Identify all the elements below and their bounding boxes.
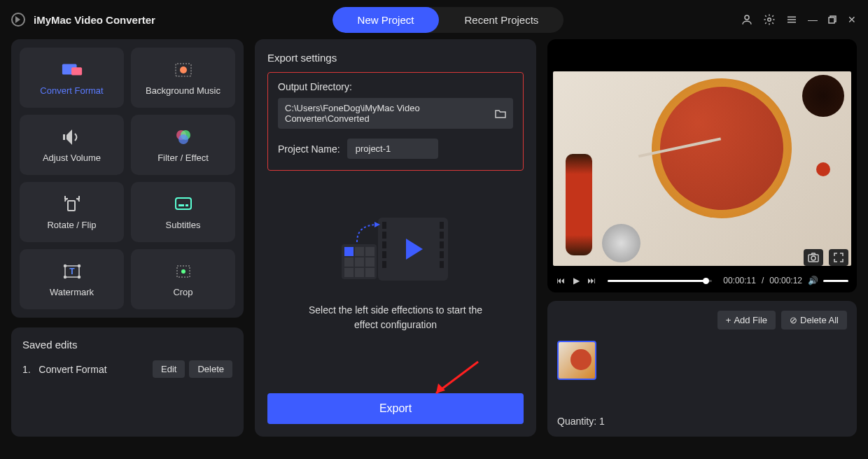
time-current: 00:00:11 xyxy=(723,276,756,285)
svg-rect-42 xyxy=(365,257,374,267)
svg-point-48 xyxy=(811,256,816,260)
svg-rect-45 xyxy=(365,268,374,277)
effect-label: Background Music xyxy=(146,85,220,96)
effects-panel: Convert Format Background Music Adjust V… xyxy=(11,39,244,318)
video-frame[interactable] xyxy=(553,71,851,266)
svg-rect-7 xyxy=(71,67,82,75)
svg-rect-15 xyxy=(178,204,184,206)
output-dir-field[interactable]: C:\Users\FoneDog\iMyMac Video Converter\… xyxy=(278,98,513,129)
effect-label: Adjust Volume xyxy=(43,153,101,163)
project-name-label: Project Name: xyxy=(278,143,340,155)
titlebar-actions: — ✕ xyxy=(741,13,857,26)
player-controls: ⏮ ▶ ⏭ 00:00:11 / 00:00:12 🔊 xyxy=(547,271,857,292)
volume-icon[interactable]: 🔊 xyxy=(808,276,818,285)
svg-rect-31 xyxy=(440,222,444,229)
svg-point-24 xyxy=(181,269,186,274)
annotation-arrow xyxy=(267,372,524,393)
saved-edit-row: 1. Convert Format Edit Delete xyxy=(22,360,232,378)
effect-label: Subtitles xyxy=(166,220,201,230)
effect-rotate[interactable]: Rotate / Flip xyxy=(20,182,124,242)
effect-subtitles[interactable]: Subtitles xyxy=(131,182,235,242)
filter-icon xyxy=(172,127,195,147)
svg-point-20 xyxy=(78,264,80,267)
output-dir-value: C:\Users\FoneDog\iMyMac Video Converter\… xyxy=(285,103,495,124)
effect-watermark[interactable]: T Watermark xyxy=(20,249,124,309)
svg-rect-39 xyxy=(365,247,374,256)
add-file-button[interactable]: +Add File xyxy=(718,311,776,330)
project-name-input[interactable] xyxy=(347,139,438,159)
delete-all-button[interactable]: ⊘Delete All xyxy=(781,311,847,330)
svg-rect-26 xyxy=(382,222,386,229)
effect-label: Watermark xyxy=(50,287,94,297)
file-thumbnail[interactable] xyxy=(557,341,596,380)
effect-background-music[interactable]: Background Music xyxy=(131,48,235,108)
svg-rect-14 xyxy=(176,198,191,209)
time-total: 00:00:12 xyxy=(769,276,802,285)
edit-button[interactable]: Edit xyxy=(153,360,185,378)
svg-rect-29 xyxy=(382,251,386,258)
watermark-icon: T xyxy=(61,262,83,281)
svg-rect-27 xyxy=(382,232,386,239)
convert-format-icon xyxy=(61,60,83,80)
svg-rect-41 xyxy=(355,257,364,267)
rotate-icon xyxy=(61,195,83,214)
svg-point-1 xyxy=(768,18,771,22)
progress-bar[interactable] xyxy=(608,280,712,282)
quantity-label: Quantity: 1 xyxy=(557,416,847,427)
play-button[interactable]: ▶ xyxy=(571,276,581,285)
svg-rect-43 xyxy=(344,268,354,277)
project-tabs: New Project Recent Projects xyxy=(332,7,564,33)
volume-slider[interactable] xyxy=(823,280,848,282)
tab-recent-projects[interactable]: Recent Projects xyxy=(439,7,564,33)
settings-icon[interactable] xyxy=(763,13,776,26)
files-panel: +Add File ⊘Delete All Quantity: 1 xyxy=(547,301,857,437)
svg-point-9 xyxy=(180,66,187,73)
output-dir-label: Output Directory: xyxy=(278,81,513,92)
music-icon xyxy=(172,60,195,80)
delete-button[interactable]: Delete xyxy=(189,360,232,378)
next-button[interactable]: ⏭ xyxy=(587,276,596,285)
svg-rect-13 xyxy=(68,201,75,211)
export-settings-title: Export settings xyxy=(267,52,524,64)
svg-rect-28 xyxy=(382,241,386,248)
effect-adjust-volume[interactable]: Adjust Volume xyxy=(20,115,124,175)
window-close[interactable]: ✕ xyxy=(847,15,857,24)
window-minimize[interactable]: — xyxy=(808,15,818,24)
svg-rect-33 xyxy=(440,241,444,248)
export-panel: Export settings Output Directory: C:\Use… xyxy=(255,39,536,437)
saved-index: 1. xyxy=(22,364,31,375)
saved-edits-panel: Saved edits 1. Convert Format Edit Delet… xyxy=(11,327,244,437)
crop-icon xyxy=(172,262,195,281)
svg-rect-5 xyxy=(829,17,834,23)
svg-point-12 xyxy=(178,134,188,144)
svg-rect-16 xyxy=(186,204,188,206)
export-button[interactable]: Export xyxy=(267,393,524,424)
effect-filter[interactable]: Filter / Effect xyxy=(131,115,235,175)
effect-crop[interactable]: Crop xyxy=(131,249,235,309)
svg-rect-32 xyxy=(440,232,444,239)
svg-point-21 xyxy=(64,276,66,278)
account-icon[interactable] xyxy=(741,13,753,26)
app-title: iMyMac Video Converter xyxy=(34,14,155,26)
svg-text:T: T xyxy=(69,267,75,276)
svg-rect-40 xyxy=(344,257,354,267)
effect-convert-format[interactable]: Convert Format xyxy=(20,48,124,108)
sidebar: Convert Format Background Music Adjust V… xyxy=(11,39,244,437)
volume-icon xyxy=(61,127,83,147)
svg-rect-35 xyxy=(440,261,444,268)
app-logo-icon xyxy=(11,13,25,27)
window-maximize[interactable] xyxy=(827,15,837,24)
effect-hint: Select the left side effections to start… xyxy=(309,303,482,332)
snapshot-icon[interactable] xyxy=(804,249,823,266)
prev-button[interactable]: ⏮ xyxy=(556,276,566,285)
effect-label: Convert Format xyxy=(40,85,103,96)
browse-folder-icon[interactable] xyxy=(495,108,506,118)
titlebar: iMyMac Video Converter New Project Recen… xyxy=(0,0,868,39)
saved-edits-title: Saved edits xyxy=(22,339,232,351)
svg-rect-38 xyxy=(355,247,364,256)
video-preview: ⏮ ▶ ⏭ 00:00:11 / 00:00:12 🔊 xyxy=(547,39,857,292)
menu-icon[interactable] xyxy=(785,13,798,26)
tab-new-project[interactable]: New Project xyxy=(332,7,440,33)
fullscreen-icon[interactable] xyxy=(829,249,848,266)
svg-rect-37 xyxy=(344,247,354,256)
